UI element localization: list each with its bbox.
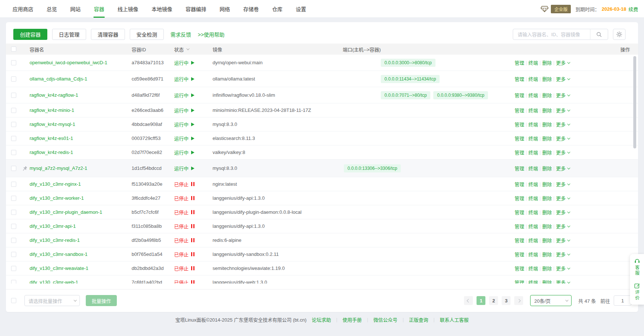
container-name-link[interactable]: ragflow_kr4z-redis-1 <box>30 150 73 155</box>
delete-link[interactable]: 删除 <box>542 209 552 216</box>
row-checkbox[interactable] <box>11 210 16 215</box>
review-button[interactable]: 评价 <box>634 283 640 301</box>
manage-link[interactable]: 管理 <box>515 165 524 172</box>
container-name-link[interactable]: dify_v130_c3mr-redis-1 <box>30 237 80 243</box>
terminal-link[interactable]: 终端 <box>528 223 538 230</box>
terminal-link[interactable]: 终端 <box>528 195 538 202</box>
more-link[interactable]: 更多 <box>556 135 569 142</box>
row-checkbox[interactable] <box>11 196 16 201</box>
more-link[interactable]: 更多 <box>556 195 569 202</box>
terminal-link[interactable]: 终端 <box>528 265 538 272</box>
row-checkbox[interactable] <box>11 60 16 65</box>
delete-link[interactable]: 删除 <box>542 251 552 258</box>
more-link[interactable]: 更多 <box>556 121 569 128</box>
terminal-link[interactable]: 终端 <box>528 279 538 284</box>
batch-select-all-checkbox[interactable] <box>11 298 16 303</box>
row-checkbox[interactable] <box>11 136 16 141</box>
play-icon[interactable] <box>191 93 194 97</box>
container-name-link[interactable]: ragflow_kr4z-minio-1 <box>30 107 74 113</box>
row-checkbox[interactable] <box>11 150 16 155</box>
row-checkbox[interactable] <box>11 93 16 98</box>
manage-link[interactable]: 管理 <box>515 223 524 230</box>
container-name-link[interactable]: ragflow_kr4z-ragflow-1 <box>30 92 78 98</box>
more-link[interactable]: 更多 <box>556 75 569 82</box>
play-icon[interactable] <box>191 151 194 154</box>
row-checkbox[interactable] <box>11 108 16 113</box>
help-link[interactable]: >>使用帮助 <box>198 31 224 38</box>
nav-tab-orchestrate[interactable]: 容器编排 <box>179 0 213 18</box>
delete-link[interactable]: 删除 <box>542 165 552 172</box>
row-checkbox[interactable] <box>11 280 16 284</box>
security-check-button[interactable]: 安全检测 <box>130 29 164 40</box>
container-name-link[interactable]: dify_v130_c3mr-api-1 <box>30 223 76 229</box>
nav-tab-settings[interactable]: 设置 <box>289 0 313 18</box>
row-checkbox[interactable] <box>11 266 16 271</box>
delete-link[interactable]: 删除 <box>542 265 552 272</box>
terminal-link[interactable]: 终端 <box>528 92 538 99</box>
more-link[interactable]: 更多 <box>556 92 569 99</box>
select-all-checkbox[interactable] <box>11 47 16 52</box>
manage-link[interactable]: 管理 <box>515 135 524 142</box>
pause-icon[interactable] <box>191 196 194 200</box>
delete-link[interactable]: 删除 <box>542 59 552 66</box>
feedback-link[interactable]: 需求反馈 <box>170 31 191 38</box>
manage-link[interactable]: 管理 <box>515 181 524 188</box>
play-icon[interactable] <box>191 109 194 112</box>
search-button[interactable] <box>590 29 608 40</box>
delete-link[interactable]: 删除 <box>542 75 552 82</box>
manage-link[interactable]: 管理 <box>515 265 524 272</box>
delete-link[interactable]: 删除 <box>542 279 552 284</box>
manage-link[interactable]: 管理 <box>515 209 524 216</box>
container-name-link[interactable]: dify_v130_c3mr-worker-1 <box>30 195 84 201</box>
nav-tab-container[interactable]: 容器 <box>87 0 111 18</box>
manage-link[interactable]: 管理 <box>515 121 524 128</box>
manage-link[interactable]: 管理 <box>515 59 524 66</box>
nav-tab-overview[interactable]: 总览 <box>40 0 64 18</box>
terminal-link[interactable]: 终端 <box>528 107 538 114</box>
log-manage-button[interactable]: 日志管理 <box>52 29 86 40</box>
delete-link[interactable]: 删除 <box>542 149 552 156</box>
more-link[interactable]: 更多 <box>556 181 569 188</box>
nav-tab-website[interactable]: 网站 <box>64 0 87 18</box>
delete-link[interactable]: 删除 <box>542 195 552 202</box>
nav-tab-online-images[interactable]: 线上镜像 <box>111 0 145 18</box>
row-checkbox[interactable] <box>11 166 16 171</box>
pause-icon[interactable] <box>191 182 194 186</box>
delete-link[interactable]: 删除 <box>542 92 552 99</box>
row-checkbox[interactable] <box>11 224 16 229</box>
create-container-button[interactable]: 创建容器 <box>13 29 47 40</box>
container-name-link[interactable]: ragflow_kr4z-es01-1 <box>30 136 73 141</box>
customer-service-button[interactable]: 客服 <box>634 258 640 276</box>
more-link[interactable]: 更多 <box>556 251 569 258</box>
terminal-link[interactable]: 终端 <box>528 165 538 172</box>
page-size-select[interactable]: 20条/页 <box>530 295 572 306</box>
terminal-link[interactable]: 终端 <box>528 121 538 128</box>
container-name-link[interactable]: openwebui_iwcd-openwebui_iwcD-1 <box>30 60 107 65</box>
container-name-link[interactable]: ollama_cdjs-ollama_Cdjs-1 <box>30 76 87 82</box>
delete-link[interactable]: 删除 <box>542 237 552 244</box>
nav-tab-volumes[interactable]: 存储卷 <box>237 0 265 18</box>
manage-link[interactable]: 管理 <box>515 149 524 156</box>
container-name-link[interactable]: mysql_a7z2-mysql_A7z2-1 <box>30 165 87 171</box>
more-link[interactable]: 更多 <box>556 237 569 244</box>
terminal-link[interactable]: 终端 <box>528 135 538 142</box>
manage-link[interactable]: 管理 <box>515 237 524 244</box>
nav-tab-network[interactable]: 网络 <box>213 0 237 18</box>
container-name-link[interactable]: dify_v130_c3mr-plugin_daemon-1 <box>30 209 102 215</box>
batch-operation-button[interactable]: 批量操作 <box>86 295 117 306</box>
row-checkbox[interactable] <box>11 252 16 257</box>
delete-link[interactable]: 删除 <box>542 107 552 114</box>
table-settings-button[interactable] <box>613 29 626 40</box>
more-link[interactable]: 更多 <box>556 209 569 216</box>
terminal-link[interactable]: 终端 <box>528 149 538 156</box>
container-name-link[interactable]: dify_v130_c3mr-web-1 <box>30 280 78 284</box>
manage-link[interactable]: 管理 <box>515 251 524 258</box>
terminal-link[interactable]: 终端 <box>528 209 538 216</box>
pause-icon[interactable] <box>191 252 194 256</box>
play-icon[interactable] <box>191 167 194 170</box>
row-checkbox[interactable] <box>11 76 16 82</box>
next-page-button[interactable] <box>514 296 523 305</box>
play-icon[interactable] <box>191 77 194 81</box>
footer-link-support[interactable]: 联系人工客服 <box>440 316 469 323</box>
terminal-link[interactable]: 终端 <box>528 181 538 188</box>
